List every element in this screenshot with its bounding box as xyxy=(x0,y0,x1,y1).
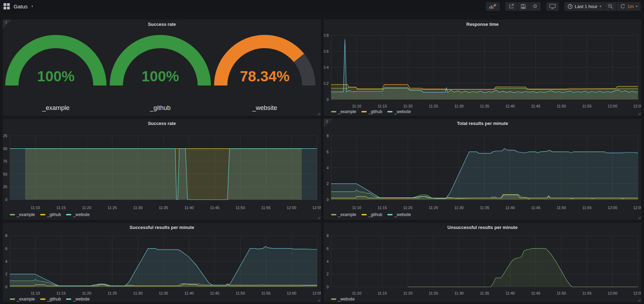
refresh-interval-label: 1m xyxy=(627,4,634,9)
legend-item-_website[interactable]: _website xyxy=(66,212,89,217)
cycle-view-button[interactable] xyxy=(546,2,559,11)
legend-label: _example xyxy=(338,212,356,217)
x-tick-label: 11:30 xyxy=(133,291,142,295)
panel-title[interactable]: Success rate xyxy=(3,22,321,27)
legend-label: _example xyxy=(17,212,35,217)
x-tick-label: 11:35 xyxy=(480,104,489,108)
y-tick-label: 1.25 xyxy=(3,134,7,138)
legend-item-_website[interactable]: _website xyxy=(387,212,411,217)
x-tick-label: 11:50 xyxy=(236,206,245,210)
x-tick-label: 11:25 xyxy=(108,291,117,295)
gauge-value-_github: 100% xyxy=(141,68,179,84)
time-range-caret-icon: ▾ xyxy=(600,5,601,8)
share-button[interactable] xyxy=(505,2,517,11)
x-tick-label: 11:20 xyxy=(82,206,92,210)
share-icon xyxy=(508,3,514,9)
x-tick-label: 11:35 xyxy=(480,291,489,295)
resize-handle[interactable] xyxy=(317,112,320,115)
legend-item-_github[interactable]: _github xyxy=(40,212,61,217)
line-chart-canvas[interactable]: 0246811:1011:1511:2011:2511:3011:3511:40… xyxy=(3,223,321,302)
y-tick-label: 6 xyxy=(327,246,329,251)
resize-handle[interactable] xyxy=(638,216,641,219)
x-tick-label: 11:35 xyxy=(480,206,489,210)
legend-label: _website xyxy=(394,109,411,114)
x-tick-label: 11:45 xyxy=(531,291,541,295)
line-chart-canvas[interactable]: 00.20.40.60.811:1011:1511:2011:2511:3011… xyxy=(324,20,641,116)
gauge-value-_website: 78.34% xyxy=(240,68,290,84)
y-tick-label: 0.2 xyxy=(324,81,329,86)
y-tick-label: 4 xyxy=(5,259,7,264)
panel-successful-results: Successful results per minute 0246811:10… xyxy=(3,223,321,302)
x-tick-label: 12:00 xyxy=(608,104,617,108)
legend-item-_example[interactable]: _example xyxy=(10,212,35,217)
legend-item-_website[interactable]: _website xyxy=(387,109,411,114)
y-tick-label: 0.4 xyxy=(324,65,329,69)
x-tick-label: 11:45 xyxy=(210,206,219,210)
series-area-_website xyxy=(10,246,317,287)
monitor-icon xyxy=(549,4,556,9)
x-tick-label: 12:00 xyxy=(287,291,297,295)
add-panel-button[interactable] xyxy=(486,2,500,11)
y-tick-label: 4 xyxy=(327,259,329,264)
line-chart-canvas[interactable]: 0246811:1011:1511:2011:2511:3011:3511:40… xyxy=(324,119,641,220)
legend-label: _github xyxy=(47,297,61,302)
legend-item-_example[interactable]: _example xyxy=(331,109,356,114)
legend-color-swatch xyxy=(40,298,45,300)
y-tick-label: 6 xyxy=(5,246,7,251)
panel-title[interactable]: Response time xyxy=(324,22,641,27)
x-tick-label: 11:25 xyxy=(108,206,117,210)
x-tick-label: 12:00 xyxy=(608,206,617,210)
legend-label: _website xyxy=(73,212,89,217)
dashboards-grid-icon[interactable] xyxy=(3,3,10,9)
time-range-button[interactable]: Last 1 hour ▾ xyxy=(564,2,605,11)
legend-item-_website[interactable]: _website xyxy=(66,297,89,302)
line-chart-canvas[interactable]: 00.250.500.751.001.2511:1011:1511:2011:2… xyxy=(3,119,321,220)
resize-handle[interactable] xyxy=(638,112,641,115)
y-tick-label: 0.50 xyxy=(3,172,7,176)
resize-handle[interactable] xyxy=(317,299,320,302)
series-area-_website xyxy=(10,149,317,200)
legend-color-swatch xyxy=(66,298,71,300)
legend-color-swatch xyxy=(331,214,336,215)
gauge-label-_example: _example xyxy=(42,104,69,112)
legend-item-_example[interactable]: _example xyxy=(10,297,35,302)
gauge-chart-canvas[interactable]: 100%_example100%_github78.34%_website xyxy=(3,20,321,116)
panel-title[interactable]: Unsuccessful results per minute xyxy=(324,225,641,230)
series-area-_website xyxy=(331,149,638,200)
x-tick-label: 11:10 xyxy=(352,291,361,295)
legend-item-_github[interactable]: _github xyxy=(40,297,61,302)
x-tick-label: 11:55 xyxy=(582,206,592,210)
legend-item-_github[interactable]: _github xyxy=(361,109,382,114)
x-tick-label: 11:10 xyxy=(352,104,361,108)
legend-color-swatch xyxy=(387,111,393,112)
panel-success-rate-gauges: i Success rate 100%_example100%_github78… xyxy=(3,20,321,116)
y-tick-label: 0.8 xyxy=(324,33,329,37)
gauge-value-_example: 100% xyxy=(37,68,74,84)
save-button[interactable] xyxy=(518,2,529,11)
dashboard-title[interactable]: Gatus xyxy=(14,3,28,9)
legend-label: _website xyxy=(394,212,411,217)
x-tick-label: 11:40 xyxy=(184,206,194,210)
x-tick-label: 11:10 xyxy=(31,206,40,210)
x-tick-label: 11:20 xyxy=(403,104,412,108)
dashboard-caret-icon[interactable]: ▾ xyxy=(31,5,33,8)
legend-item-_example[interactable]: _example xyxy=(331,212,356,217)
panel-title[interactable]: Total results per minute xyxy=(324,121,641,126)
y-tick-label: 8 xyxy=(327,233,329,238)
settings-button[interactable]: ⚙ xyxy=(529,2,540,11)
resize-handle[interactable] xyxy=(317,216,320,219)
legend-item-_github[interactable]: _github xyxy=(361,212,382,217)
x-tick-label: 12:05 xyxy=(312,291,321,295)
line-chart-canvas[interactable]: 0246811:1011:1511:2011:2511:3011:3511:40… xyxy=(324,223,641,302)
y-tick-label: 8 xyxy=(5,233,7,238)
panel-title[interactable]: Success rate xyxy=(3,121,321,126)
x-tick-label: 12:05 xyxy=(633,206,641,210)
panel-title[interactable]: Successful results per minute xyxy=(3,225,321,230)
legend-label: _github xyxy=(47,212,61,217)
zoom-out-button[interactable] xyxy=(605,2,616,11)
resize-handle[interactable] xyxy=(638,299,641,302)
legend-item-_website[interactable]: _website xyxy=(331,297,354,302)
panel-unsuccessful-results: Unsuccessful results per minute 0246811:… xyxy=(324,223,641,302)
refresh-caret-icon: ▾ xyxy=(636,5,637,8)
refresh-button[interactable]: 1m ▾ xyxy=(617,2,641,11)
